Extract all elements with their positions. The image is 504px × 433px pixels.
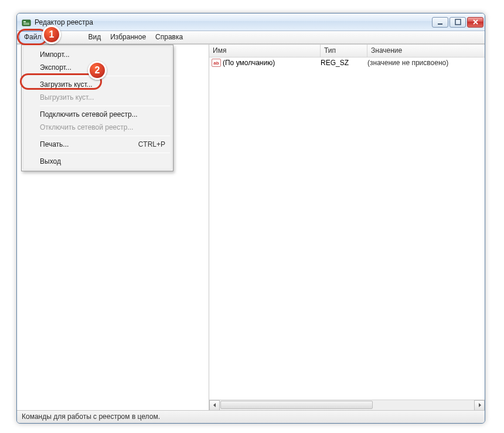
menu-unload-hive: Выгрузить куст... xyxy=(23,91,171,104)
column-headers: Имя Тип Значение xyxy=(209,45,485,57)
window-controls xyxy=(432,17,483,28)
menu-disconnect-network: Отключить сетевой реестр... xyxy=(23,121,171,134)
menu-separator xyxy=(40,136,170,136)
titlebar[interactable]: Редактор реестра xyxy=(17,13,485,31)
menu-connect-network[interactable]: Подключить сетевой реестр... xyxy=(23,108,171,121)
scroll-thumb[interactable] xyxy=(220,401,373,409)
app-icon xyxy=(22,18,31,27)
minimize-button[interactable] xyxy=(432,17,448,28)
close-button[interactable] xyxy=(467,17,483,28)
col-name[interactable]: Имя xyxy=(209,45,321,57)
svg-rect-1 xyxy=(23,21,26,22)
window-title: Редактор реестра xyxy=(35,18,428,26)
status-text: Команды для работы с реестром в целом. xyxy=(22,412,160,421)
svg-rect-3 xyxy=(23,24,29,25)
horizontal-scrollbar[interactable] xyxy=(209,400,485,410)
maximize-button[interactable] xyxy=(449,17,466,28)
menu-favorites[interactable]: Избранное xyxy=(105,31,151,43)
menu-print[interactable]: Печать... CTRL+P xyxy=(23,138,171,151)
menu-import[interactable]: Импорт... xyxy=(23,48,171,61)
col-value[interactable]: Значение xyxy=(367,45,485,57)
string-value-icon: ab xyxy=(212,59,221,67)
svg-rect-4 xyxy=(438,23,442,25)
value-name: (По умолчанию) xyxy=(223,59,275,67)
scroll-track[interactable] xyxy=(220,400,474,411)
menubar: Файл Вид Избранное Справка xyxy=(17,31,485,44)
menu-separator xyxy=(40,106,170,106)
scroll-left-button[interactable] xyxy=(209,400,220,411)
values-list[interactable]: ab (По умолчанию) REG_SZ (значение не пр… xyxy=(209,57,485,400)
menu-view[interactable]: Вид xyxy=(84,31,106,43)
value-data: (значение не присвоено) xyxy=(367,59,482,67)
list-item[interactable]: ab (По умолчанию) REG_SZ (значение не пр… xyxy=(209,57,485,68)
values-pane: Имя Тип Значение ab (По умолчанию) REG_S… xyxy=(209,45,485,410)
menu-help[interactable]: Справка xyxy=(151,31,188,43)
scroll-right-button[interactable] xyxy=(474,400,485,411)
svg-rect-2 xyxy=(23,23,29,23)
statusbar: Команды для работы с реестром в целом. xyxy=(17,410,485,423)
menu-exit[interactable]: Выход xyxy=(23,155,171,168)
menu-load-hive[interactable]: Загрузить куст... xyxy=(23,78,171,91)
shortcut-label: CTRL+P xyxy=(138,140,165,148)
menu-separator xyxy=(40,153,170,153)
annotation-badge-1: 1 xyxy=(42,25,61,44)
value-type: REG_SZ xyxy=(321,59,367,67)
col-type[interactable]: Тип xyxy=(321,45,367,57)
annotation-badge-2: 2 xyxy=(88,61,107,80)
svg-rect-5 xyxy=(455,19,461,25)
